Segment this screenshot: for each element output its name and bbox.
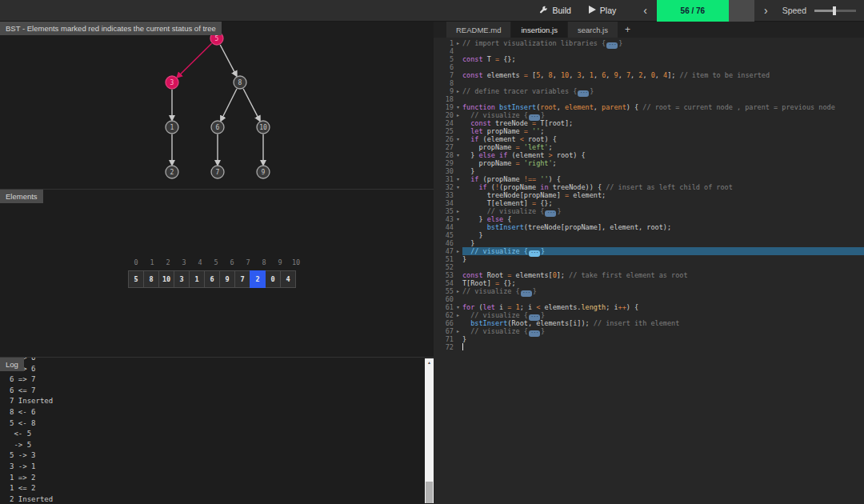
- code-token: }: [541, 311, 545, 319]
- array-cell: 9: [219, 270, 235, 288]
- step-back-button[interactable]: ‹: [643, 0, 647, 22]
- code-token: }: [462, 231, 483, 239]
- line-number: 53: [434, 271, 462, 279]
- line-number: 61▾: [434, 303, 462, 311]
- log-line: <- 5: [10, 429, 53, 440]
- code-line-24: 24 const treeNode = T[root];: [434, 119, 864, 127]
- code-editor[interactable]: 1▸// import visualization libraries {···…: [434, 38, 864, 351]
- code-token: ) {: [626, 103, 642, 111]
- play-button-label: Play: [600, 6, 616, 15]
- line-number: 55▸: [434, 287, 462, 295]
- log-line: 7 Inserted: [10, 396, 53, 407]
- line-number: 27: [434, 143, 462, 151]
- log-line: 1 <= 2: [10, 483, 53, 494]
- code-line-5: 5const T = {};: [434, 55, 864, 63]
- tab-search-js[interactable]: search.js: [568, 22, 618, 38]
- add-tab-button[interactable]: +: [618, 22, 637, 38]
- code-token: }: [462, 167, 474, 175]
- step-forward-button[interactable]: ›: [764, 0, 768, 22]
- code-token: function: [462, 103, 495, 111]
- code-line-content: [462, 343, 864, 351]
- code-token: '': [532, 127, 540, 135]
- bst-panel-title: BST - Elements marked red indicates the …: [0, 22, 222, 35]
- code-token: treeNode[propName]: [462, 191, 565, 199]
- code-token: root: [540, 103, 556, 111]
- fold-arrow-icon[interactable]: ▸: [454, 247, 462, 255]
- fold-arrow-icon[interactable]: ▸: [454, 207, 462, 215]
- code-line-content: [462, 47, 864, 55]
- array-index: 2: [160, 258, 176, 266]
- array-cell: 7: [234, 270, 250, 288]
- code-line-54: 54T[Root] = {};: [434, 279, 864, 287]
- code-token: // insert ith element: [594, 319, 679, 327]
- code-line-content: for (let i = 1; i < elements.length; i++…: [462, 303, 864, 311]
- fold-arrow-icon[interactable]: ▾: [454, 135, 462, 143]
- log-scrollbar-thumb[interactable]: [426, 482, 433, 503]
- speed-slider-thumb[interactable]: [833, 6, 836, 15]
- code-token: [462, 183, 478, 191]
- tab-insertion-js[interactable]: insertion.js: [511, 22, 566, 38]
- svg-text:6: 6: [216, 124, 220, 131]
- speed-slider[interactable]: [814, 10, 856, 12]
- fold-arrow-icon[interactable]: ▸: [454, 287, 462, 295]
- code-token: if: [470, 135, 478, 143]
- bst-tree-panel: 5381610279 BST - Elements marked red ind…: [0, 22, 434, 190]
- code-line-52: 52: [434, 263, 864, 271]
- fold-arrow-icon: [454, 231, 462, 239]
- code-token: [462, 223, 487, 231]
- fold-arrow-icon[interactable]: ▾: [454, 175, 462, 183]
- play-button[interactable]: Play: [589, 6, 616, 15]
- log-scrollbar[interactable]: ▲: [425, 358, 434, 503]
- code-token: treeNode: [491, 119, 532, 127]
- fold-arrow-icon[interactable]: ▾: [454, 151, 462, 159]
- code-token: bstInsert: [487, 223, 524, 231]
- tree-node-3: 3: [166, 76, 178, 89]
- code-line-4: 4: [434, 47, 864, 55]
- line-number: 26▾: [434, 135, 462, 143]
- code-token: // visualize {: [470, 111, 528, 119]
- code-token: (propName: [499, 183, 540, 191]
- fold-arrow-icon[interactable]: ▾: [454, 103, 462, 111]
- code-line-content: propName = 'left';: [462, 143, 864, 151]
- code-token: [462, 311, 470, 319]
- fold-arrow-icon[interactable]: ▸: [454, 111, 462, 119]
- line-number: 18: [434, 95, 462, 103]
- array-index-row: 012345678910: [128, 258, 304, 270]
- tree-node-9: 9: [257, 166, 270, 178]
- line-number: 51: [434, 255, 462, 263]
- code-token: else: [478, 151, 494, 159]
- fold-arrow-icon[interactable]: ▸: [454, 87, 462, 95]
- fold-arrow-icon[interactable]: ▸: [454, 311, 462, 319]
- code-line-19: 19▾function bstInsert(root, element, par…: [434, 103, 864, 111]
- build-button[interactable]: Build: [539, 6, 570, 16]
- code-token: if: [478, 183, 486, 191]
- array-visualizer: 012345678910 581031697204: [128, 258, 304, 288]
- fold-arrow-icon: [454, 239, 462, 247]
- log-panel-title: Log: [0, 358, 24, 371]
- fold-arrow-icon[interactable]: ▸: [454, 327, 462, 335]
- code-line-61: 61▾for (let i = 1; i < elements.length; …: [434, 303, 864, 311]
- array-index: 0: [128, 258, 144, 266]
- progress-bar[interactable]: 56 / 76: [657, 0, 754, 22]
- code-line-content: [462, 79, 864, 87]
- fold-arrow-icon[interactable]: ▾: [454, 215, 462, 223]
- line-number: 32▾: [434, 183, 462, 191]
- fold-arrow-icon[interactable]: ▸: [454, 39, 462, 47]
- code-token: bstInsert: [470, 319, 507, 327]
- code-token: T: [483, 55, 495, 63]
- speed-slider-fill: [814, 10, 833, 12]
- top-toolbar: Build Play ‹ 56 / 76 › Speed: [0, 0, 864, 22]
- line-number: 67▸: [434, 327, 462, 335]
- code-token: [462, 111, 470, 119]
- fold-arrow-icon: [454, 127, 462, 135]
- code-token: // take first element as root: [569, 271, 687, 279]
- code-line-content: [462, 95, 864, 103]
- fold-arrow-icon[interactable]: ▾: [454, 183, 462, 191]
- line-number: 52: [434, 263, 462, 271]
- fold-arrow-icon[interactable]: ▾: [454, 303, 462, 311]
- code-token: ];: [667, 71, 679, 79]
- scrollbar-up-arrow-icon[interactable]: ▲: [425, 358, 434, 366]
- tab-README-md[interactable]: README.md: [446, 22, 510, 38]
- code-token: elements.: [540, 303, 581, 311]
- code-line-43: 43▾ } else {: [434, 215, 864, 223]
